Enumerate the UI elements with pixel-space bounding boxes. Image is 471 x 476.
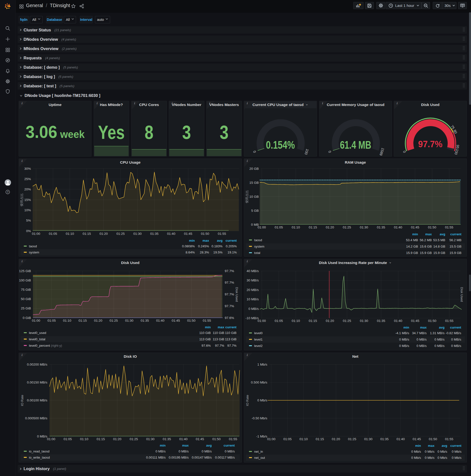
svg-text:01:35: 01:35 <box>377 225 385 229</box>
svg-text:01:10: 01:10 <box>300 437 308 441</box>
svg-text:01:15: 01:15 <box>97 437 105 441</box>
svg-text:0%: 0% <box>26 229 31 233</box>
svg-text:01:10: 01:10 <box>63 319 71 323</box>
svg-text:0.00100 MB/s: 0.00100 MB/s <box>27 398 48 402</box>
svg-text:01:40: 01:40 <box>167 232 175 236</box>
svg-text:40 MB/s: 40 MB/s <box>247 269 259 273</box>
svg-text:20 GB: 20 GB <box>250 167 259 170</box>
svg-text:25%: 25% <box>24 177 31 181</box>
svg-text:0.500 Mb/s: 0.500 Mb/s <box>251 381 267 384</box>
svg-text:01:50: 01:50 <box>429 437 437 441</box>
svg-text:10 MB/s: 10 MB/s <box>247 297 259 301</box>
svg-text:01:50: 01:50 <box>428 225 437 229</box>
svg-text:01:20: 01:20 <box>113 437 121 441</box>
svg-text:01:10: 01:10 <box>66 232 74 236</box>
svg-text:01:15: 01:15 <box>83 232 91 236</box>
svg-text:01:20: 01:20 <box>326 225 334 229</box>
svg-text:01:00: 01:00 <box>47 437 55 441</box>
svg-text:01:50: 01:50 <box>428 319 437 323</box>
svg-text:01:35: 01:35 <box>150 232 158 236</box>
svg-text:01:15: 01:15 <box>316 437 324 441</box>
svg-text:97.7%: 97.7% <box>225 281 234 284</box>
svg-text:75 GiB: 75 GiB <box>21 288 31 291</box>
svg-text:97.7%: 97.7% <box>225 304 234 308</box>
svg-text:0: 0 <box>327 150 332 153</box>
svg-text:01:05: 01:05 <box>275 319 283 323</box>
svg-text:10 GB: 10 GB <box>250 195 259 199</box>
svg-text:01:25: 01:25 <box>348 437 356 441</box>
svg-text:01:55: 01:55 <box>445 225 453 229</box>
svg-text:01:00: 01:00 <box>267 437 275 441</box>
svg-text:01:25: 01:25 <box>343 225 351 229</box>
svg-text:?: ? <box>7 191 9 194</box>
svg-text:0 Mb/s: 0 Mb/s <box>257 398 267 402</box>
svg-text:25 GiB: 25 GiB <box>21 306 31 310</box>
svg-text:-0.50 Mb/s: -0.50 Mb/s <box>252 416 267 420</box>
svg-text:01:45: 01:45 <box>411 319 420 323</box>
svg-text:-10 MB/s: -10 MB/s <box>246 316 259 320</box>
svg-text:01:05: 01:05 <box>47 319 56 323</box>
svg-text:30 MB/s: 30 MB/s <box>247 278 259 282</box>
svg-text:01:10: 01:10 <box>292 225 300 229</box>
svg-text:01:40: 01:40 <box>394 319 402 323</box>
svg-text:01:55: 01:55 <box>445 319 454 323</box>
svg-text:01:55: 01:55 <box>218 232 226 236</box>
svg-text:01:50: 01:50 <box>212 437 221 441</box>
svg-text:0 GiB: 0 GiB <box>23 316 31 320</box>
svg-text:01:15: 01:15 <box>309 319 317 323</box>
svg-text:01:55: 01:55 <box>445 437 453 441</box>
svg-text:01:05: 01:05 <box>49 232 57 236</box>
svg-text:01:55: 01:55 <box>229 437 237 441</box>
svg-text:01:30: 01:30 <box>146 437 154 441</box>
svg-text:01:30: 01:30 <box>360 319 368 323</box>
svg-text:10%: 10% <box>24 208 31 212</box>
svg-text:15%: 15% <box>24 198 31 202</box>
svg-text:01:30: 01:30 <box>364 437 372 441</box>
svg-text:01:05: 01:05 <box>283 437 292 441</box>
svg-text:1 Mb/s: 1 Mb/s <box>257 363 267 366</box>
svg-text:5 GB: 5 GB <box>251 209 259 212</box>
svg-text:01:25: 01:25 <box>343 319 351 323</box>
svg-text:01:40: 01:40 <box>394 225 402 229</box>
svg-text:01:45: 01:45 <box>411 225 419 229</box>
svg-text:01:20: 01:20 <box>100 232 108 236</box>
svg-text:01:35: 01:35 <box>377 319 385 323</box>
svg-text:0 MB/s: 0 MB/s <box>249 307 259 311</box>
svg-text:01:45: 01:45 <box>184 232 192 236</box>
svg-text:5%: 5% <box>26 219 31 222</box>
svg-text:01:30: 01:30 <box>125 319 134 323</box>
svg-text:01:00: 01:00 <box>32 232 40 236</box>
svg-text:01:05: 01:05 <box>64 437 72 441</box>
svg-text:01:10: 01:10 <box>80 437 88 441</box>
svg-text:01:00: 01:00 <box>258 225 266 229</box>
svg-text:01:50: 01:50 <box>187 319 196 323</box>
svg-text:01:25: 01:25 <box>117 232 125 236</box>
svg-text:01:10: 01:10 <box>292 319 300 323</box>
svg-text:20%: 20% <box>24 187 31 191</box>
svg-text:01:20: 01:20 <box>332 437 340 441</box>
svg-text:-1 Mb/s: -1 Mb/s <box>256 435 267 438</box>
svg-text:01:50: 01:50 <box>201 232 209 236</box>
svg-text:0 MB/s: 0 MB/s <box>37 435 47 438</box>
svg-text:0: 0 <box>402 150 407 153</box>
svg-text:01:40: 01:40 <box>396 437 405 441</box>
svg-text:01:00: 01:00 <box>32 319 40 323</box>
svg-text:97.6%: 97.6% <box>225 316 234 320</box>
svg-text:01:45: 01:45 <box>196 437 204 441</box>
svg-text:0.00150 MB/s: 0.00150 MB/s <box>27 381 48 384</box>
svg-text:01:20: 01:20 <box>94 319 102 323</box>
svg-text:97.7%: 97.7% <box>225 269 234 273</box>
svg-text:97.7%: 97.7% <box>225 292 234 296</box>
svg-text:01:55: 01:55 <box>203 319 211 323</box>
svg-text:01:40: 01:40 <box>179 437 188 441</box>
svg-text:01:20: 01:20 <box>326 319 334 323</box>
svg-text:30%: 30% <box>24 167 31 170</box>
svg-text:01:00: 01:00 <box>258 319 266 323</box>
svg-text:125 GiB: 125 GiB <box>19 269 31 273</box>
svg-text:100 GiB: 100 GiB <box>19 278 31 282</box>
svg-text:01:45: 01:45 <box>413 437 421 441</box>
svg-text:01:35: 01:35 <box>380 437 388 441</box>
svg-text:01:40: 01:40 <box>156 319 165 323</box>
svg-text:01:35: 01:35 <box>163 437 171 441</box>
svg-text:15 GB: 15 GB <box>250 181 259 185</box>
